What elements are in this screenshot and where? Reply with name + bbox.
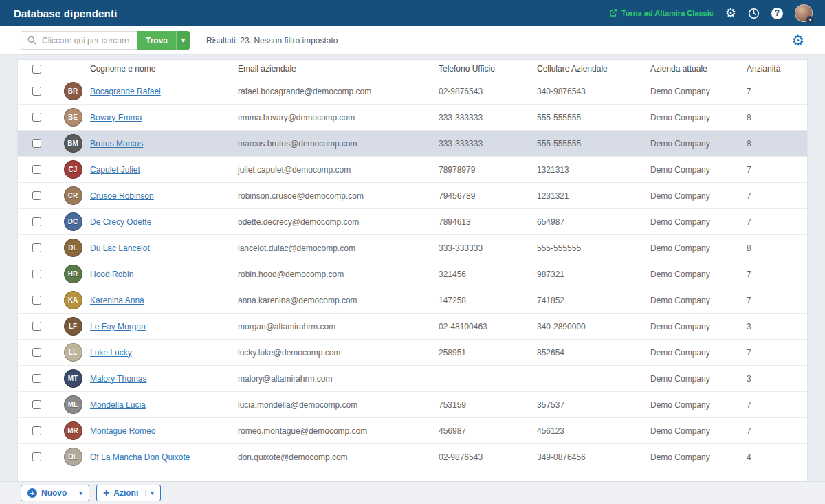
employee-avatar[interactable]: LL: [64, 343, 82, 362]
row-checkbox[interactable]: [32, 452, 41, 461]
help-icon[interactable]: ?: [771, 8, 783, 19]
find-dropdown-chevron-icon[interactable]: ▾: [176, 31, 190, 50]
employee-avatar[interactable]: CJ: [64, 160, 82, 179]
table-row: HR Hood Robin robin.hood@democomp.com 32…: [18, 261, 807, 287]
cell-seniority: 7: [747, 165, 808, 175]
cell-seniority: 8: [747, 113, 808, 122]
new-chevron-icon: ▾: [74, 490, 82, 496]
employee-name-link[interactable]: Malory Thomas: [90, 374, 146, 384]
cell-seniority: 3: [747, 374, 808, 384]
employee-name-link[interactable]: Brutus Marcus: [90, 139, 143, 149]
row-checkbox[interactable]: [32, 191, 41, 200]
employee-name-link[interactable]: Le Fay Morgan: [90, 322, 146, 331]
table-body: BR Bocagrande Rafael rafael.bocagrande@d…: [18, 78, 807, 470]
row-checkbox[interactable]: [32, 243, 41, 252]
employee-avatar[interactable]: BR: [64, 82, 82, 100]
employee-name-link[interactable]: Karenina Anna: [90, 296, 144, 305]
row-checkbox[interactable]: [32, 322, 41, 331]
employee-name-link[interactable]: Hood Robin: [90, 270, 133, 279]
cell-company: Demo Company: [650, 374, 747, 384]
cell-company: Demo Company: [650, 87, 747, 96]
cell-email: juliet.capulet@democomp.com: [238, 165, 439, 175]
column-header-mobile-phone[interactable]: Cellulare Aziendale: [537, 64, 650, 74]
row-checkbox[interactable]: [32, 426, 41, 435]
row-checkbox[interactable]: [32, 348, 41, 357]
external-link-icon: [609, 9, 617, 17]
row-checkbox[interactable]: [32, 374, 41, 383]
column-header-email[interactable]: Email aziendale: [238, 64, 439, 74]
cell-company: Demo Company: [650, 426, 747, 436]
history-clock-icon[interactable]: [748, 8, 760, 19]
actions-button[interactable]: + Azioni ▾: [96, 485, 161, 501]
cell-mobile-phone: 852654: [537, 348, 650, 358]
cell-company: Demo Company: [650, 296, 747, 305]
employee-name-link[interactable]: Luke Lucky: [90, 348, 132, 358]
employee-name-link[interactable]: De Crecy Odette: [90, 217, 151, 227]
employee-name-link[interactable]: Bovary Emma: [90, 113, 142, 122]
table-row: KA Karenina Anna anna.karenina@democomp.…: [18, 287, 807, 314]
row-checkbox[interactable]: [32, 296, 41, 305]
employee-name-link[interactable]: Mondella Lucia: [90, 400, 146, 410]
cell-company: Demo Company: [650, 217, 747, 227]
search-input[interactable]: [21, 31, 138, 50]
employee-avatar[interactable]: MT: [64, 369, 82, 388]
row-checkbox[interactable]: [32, 270, 41, 278]
employee-avatar[interactable]: OL: [64, 448, 82, 466]
row-checkbox[interactable]: [32, 139, 41, 148]
employee-name-link[interactable]: Capulet Juliet: [90, 165, 140, 175]
find-button[interactable]: Trova ▾: [138, 31, 190, 50]
table-row: ML Mondella Lucia lucia.mondella@democom…: [18, 392, 807, 418]
settings-gear-icon[interactable]: ⚙: [725, 7, 736, 19]
cell-email: anna.karenina@democomp.com: [238, 296, 439, 305]
row-checkbox[interactable]: [32, 165, 41, 174]
employee-avatar[interactable]: LF: [64, 317, 82, 336]
employee-name-link[interactable]: Montague Romeo: [90, 426, 155, 436]
cell-mobile-phone: 340-2890000: [537, 322, 650, 331]
table-row: DC De Crecy Odette odette.decrecy@democo…: [18, 209, 807, 235]
cell-office-phone: 78978979: [439, 165, 537, 175]
header-actions: Torna ad Altamira Classic ⚙ ? ▾: [609, 4, 813, 22]
cell-seniority: 8: [747, 243, 808, 253]
column-header-office-phone[interactable]: Telefono Ufficio: [439, 64, 537, 74]
table-settings-gear-icon[interactable]: ⚙: [791, 33, 804, 47]
employee-name-link[interactable]: Crusoe Robinson: [90, 191, 154, 201]
employee-avatar[interactable]: BE: [64, 108, 82, 127]
select-all-checkbox[interactable]: [32, 65, 41, 74]
new-button[interactable]: + Nuovo ▾: [21, 485, 89, 501]
user-avatar[interactable]: ▾: [795, 4, 813, 22]
table-row: BR Bocagrande Rafael rafael.bocagrande@d…: [18, 78, 807, 105]
row-checkbox[interactable]: [32, 113, 41, 122]
employee-avatar[interactable]: DC: [64, 212, 82, 231]
cell-office-phone: 02-9876543: [439, 87, 537, 96]
row-checkbox[interactable]: [32, 87, 41, 96]
back-to-classic-link[interactable]: Torna ad Altamira Classic: [609, 9, 714, 17]
actions-plus-icon: +: [103, 487, 109, 498]
employee-avatar[interactable]: DL: [64, 239, 82, 257]
bottom-action-bar: + Nuovo ▾ + Azioni ▾: [0, 481, 825, 504]
employee-avatar[interactable]: HR: [64, 265, 82, 283]
cell-seniority: 7: [747, 191, 808, 201]
employee-table: Cognome e nome Email aziendale Telefono …: [17, 59, 808, 481]
search-icon: [28, 36, 36, 47]
employee-avatar[interactable]: CR: [64, 186, 82, 205]
employee-avatar[interactable]: ML: [64, 395, 82, 414]
column-header-company[interactable]: Azienda attuale: [650, 64, 747, 74]
employee-avatar[interactable]: MR: [64, 421, 82, 440]
cell-mobile-phone: 1321313: [537, 165, 650, 175]
cell-email: lancelot.dulac@democomp.com: [238, 243, 439, 253]
new-button-label: Nuovo: [41, 488, 67, 498]
row-checkbox[interactable]: [32, 400, 41, 409]
employee-avatar[interactable]: KA: [64, 291, 82, 309]
row-checkbox[interactable]: [32, 217, 41, 226]
column-header-seniority[interactable]: Anzianità: [747, 64, 808, 74]
employee-name-link[interactable]: Du Lac Lancelot: [90, 243, 150, 253]
cell-office-phone: 147258: [439, 296, 537, 305]
employee-name-link[interactable]: Bocagrande Rafael: [90, 87, 161, 96]
column-header-name[interactable]: Cognome e nome: [90, 64, 238, 74]
cell-office-phone: 258951: [439, 348, 537, 358]
table-row: BE Bovary Emma emma.bovary@democomp.com …: [18, 105, 807, 131]
cell-seniority: 7: [747, 426, 808, 436]
cell-seniority: 7: [747, 270, 808, 279]
employee-name-link[interactable]: Of La Mancha Don Quixote: [90, 452, 190, 462]
employee-avatar[interactable]: BM: [64, 134, 82, 153]
